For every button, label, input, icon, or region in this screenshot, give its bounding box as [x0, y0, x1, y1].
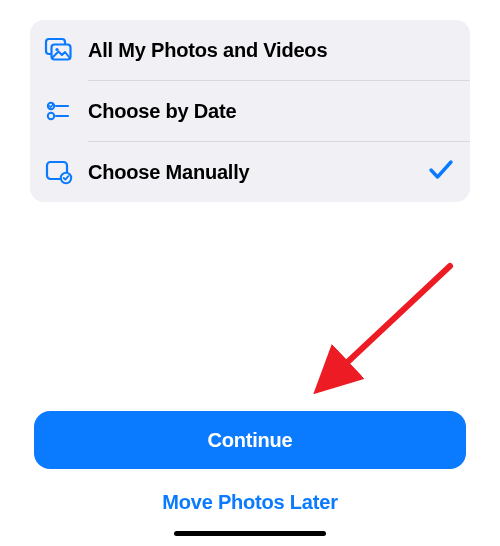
date-sliders-icon	[44, 99, 88, 123]
option-label: Choose Manually	[88, 161, 428, 184]
bottom-button-area: Continue Move Photos Later	[0, 411, 500, 546]
move-photos-later-button[interactable]: Move Photos Later	[34, 491, 466, 514]
option-choose-by-date[interactable]: Choose by Date	[30, 81, 470, 141]
svg-point-6	[48, 113, 54, 119]
annotation-arrow-icon	[300, 258, 460, 408]
svg-rect-1	[52, 45, 71, 60]
option-all-photos[interactable]: All My Photos and Videos	[30, 20, 470, 80]
checkmark-icon	[428, 158, 454, 186]
svg-line-11	[322, 266, 450, 386]
option-choose-manually[interactable]: Choose Manually	[30, 142, 470, 202]
home-indicator[interactable]	[174, 531, 326, 536]
photos-icon	[44, 37, 88, 63]
option-label: Choose by Date	[88, 100, 454, 123]
photo-migration-options: All My Photos and Videos	[30, 20, 470, 202]
manual-select-icon	[44, 159, 88, 185]
option-label: All My Photos and Videos	[88, 39, 454, 62]
continue-button[interactable]: Continue	[34, 411, 466, 469]
